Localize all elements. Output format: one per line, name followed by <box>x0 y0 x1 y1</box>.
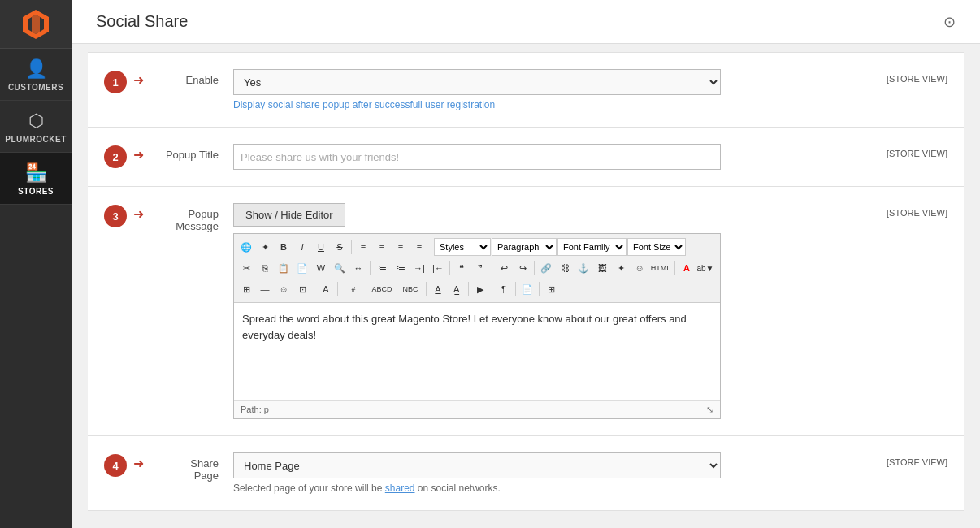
share-page-select-wrapper: Home Page Custom Page <box>233 452 870 478</box>
magento-logo-icon <box>20 8 52 41</box>
toolbar-paragraph-select[interactable]: Paragraph <box>492 238 557 256</box>
toolbar-font-family-select[interactable]: Font Family <box>557 238 627 256</box>
enable-select-wrapper: Yes No <box>233 69 870 95</box>
popup-title-label: Popup Title <box>154 149 219 161</box>
toolbar-html-btn[interactable]: HTML <box>649 259 672 277</box>
toolbar-ol-btn[interactable]: ≔ <box>392 259 410 277</box>
enable-row: 1 ➜ Enable Yes No Display social share p… <box>88 52 964 128</box>
arrow-1-icon: ➜ <box>133 72 144 88</box>
toolbar-outdent-btn[interactable]: |← <box>429 259 447 277</box>
show-hide-editor-button[interactable]: Show / Hide Editor <box>233 203 345 227</box>
toolbar-plugin-btn[interactable]: 🌐 <box>237 238 255 256</box>
toolbar-align-left-btn[interactable]: ≡ <box>354 238 372 256</box>
toolbar-redo-btn[interactable]: ↪ <box>514 259 531 277</box>
stores-icon: 🏪 <box>25 162 47 184</box>
toolbar-strike-btn[interactable]: S <box>331 238 349 256</box>
toolbar-nbsp-btn[interactable]: ABCD <box>367 280 397 298</box>
toolbar-sep-11 <box>468 282 469 296</box>
toolbar-sep-9 <box>337 282 338 296</box>
popup-title-row: 2 ➜ Popup Title [STORE VIEW] <box>88 128 964 187</box>
popup-message-content: Show / Hide Editor 🌐 ✦ B I U S <box>233 203 870 419</box>
toolbar-search-btn[interactable]: 🔍 <box>331 259 349 277</box>
toolbar-media-btn[interactable]: ▶ <box>471 280 489 298</box>
step-3-badge: 3 <box>104 205 127 227</box>
toolbar-image-btn[interactable]: 🖼 <box>593 259 611 277</box>
toolbar-underline-btn[interactable]: U <box>312 238 330 256</box>
toolbar-blockquote2-btn[interactable]: ❞ <box>471 259 489 277</box>
toolbar-ul-btn[interactable]: ≔ <box>373 259 391 277</box>
popup-title-input[interactable] <box>233 144 721 170</box>
toolbar-row-2: ✂ ⎘ 📋 📄 W 🔍 ↔ ≔ ≔ →| |← <box>237 258 717 279</box>
toolbar-copy-btn[interactable]: ⎘ <box>256 259 274 277</box>
editor-area: 🌐 ✦ B I U S ≡ ≡ ≡ ≡ <box>233 233 721 419</box>
toolbar-table-btn[interactable]: ⊞ <box>237 280 255 298</box>
sidebar-item-stores-label: STORES <box>18 187 54 196</box>
sidebar-item-customers[interactable]: 👤 CUSTOMERS <box>0 49 72 101</box>
toolbar-flash-btn[interactable]: ✦ <box>612 259 630 277</box>
toolbar-maximize-btn[interactable]: ⊞ <box>542 280 560 298</box>
toolbar-align-justify-btn[interactable]: ≡ <box>410 238 428 256</box>
arrow-2-icon: ➜ <box>133 147 144 162</box>
toolbar-a1-btn[interactable]: A <box>429 280 447 298</box>
share-page-hint-link: shared <box>385 483 415 494</box>
toolbar-sep-7 <box>674 261 675 275</box>
toolbar-unlink-btn[interactable]: ⛓ <box>556 259 574 277</box>
toolbar-link-btn[interactable]: 🔗 <box>537 259 555 277</box>
collapse-icon[interactable]: ⊙ <box>943 13 956 31</box>
toolbar-spellcheck-btn[interactable]: ✦ <box>256 238 274 256</box>
toolbar-cut-btn[interactable]: ✂ <box>237 259 255 277</box>
toolbar-italic-btn[interactable]: I <box>293 238 311 256</box>
editor-content-area[interactable]: Spread the word about this great Magento… <box>234 303 720 400</box>
toolbar-pilcrow-btn[interactable]: ¶ <box>495 280 513 298</box>
popup-title-content <box>233 144 870 170</box>
enable-select[interactable]: Yes No <box>233 69 721 95</box>
popup-message-store-view: [STORE VIEW] <box>887 203 947 218</box>
share-page-content: Home Page Custom Page Selected page of y… <box>233 452 870 494</box>
toolbar-emoticons-btn[interactable]: ☺ <box>631 259 648 277</box>
toolbar-smiley-btn[interactable]: ☺ <box>275 280 293 298</box>
sidebar-item-plumrocket[interactable]: ⬡ PLUMROCKET <box>0 101 72 153</box>
toolbar-paste-text-btn[interactable]: 📄 <box>293 259 311 277</box>
svg-marker-2 <box>32 15 40 34</box>
toolbar-replace-btn[interactable]: ↔ <box>349 259 367 277</box>
toolbar-blockquote-btn[interactable]: ❝ <box>453 259 470 277</box>
page-title: Social Share <box>96 12 188 31</box>
sidebar: 👤 CUSTOMERS ⬡ PLUMROCKET 🏪 STORES <box>0 0 72 528</box>
toolbar-bold-btn[interactable]: B <box>275 238 293 256</box>
popup-message-label: PopupMessage <box>154 208 219 232</box>
logo <box>0 0 72 49</box>
popup-title-store-view: [STORE VIEW] <box>887 144 947 158</box>
editor-toolbar: 🌐 ✦ B I U S ≡ ≡ ≡ ≡ <box>234 234 720 303</box>
toolbar-hashcode-btn[interactable]: # <box>340 280 366 298</box>
toolbar-sep-6 <box>534 261 535 275</box>
enable-hint: Display social share popup after success… <box>233 99 870 110</box>
share-page-select[interactable]: Home Page Custom Page <box>233 452 721 478</box>
toolbar-iframe-btn[interactable]: ⊡ <box>293 280 311 298</box>
sidebar-item-plumrocket-label: PLUMROCKET <box>5 135 67 144</box>
toolbar-hbc-btn[interactable]: NBC <box>397 280 423 298</box>
toolbar-sep-2 <box>431 240 431 254</box>
toolbar-undo-btn[interactable]: ↩ <box>495 259 513 277</box>
toolbar-indent-btn[interactable]: →| <box>410 259 428 277</box>
toolbar-abbr-btn[interactable]: A <box>317 280 335 298</box>
toolbar-paste-word-btn[interactable]: W <box>312 259 330 277</box>
arrow-4-icon: ➜ <box>133 456 144 471</box>
toolbar-font-size-select[interactable]: Font Size <box>627 238 686 256</box>
editor-resize-handle[interactable]: ⤡ <box>706 405 713 415</box>
toolbar-paste-btn[interactable]: 📋 <box>275 259 293 277</box>
toolbar-backcolor-btn[interactable]: ab▼ <box>696 259 714 277</box>
toolbar-align-right-btn[interactable]: ≡ <box>392 238 410 256</box>
toolbar-align-center-btn[interactable]: ≡ <box>373 238 391 256</box>
toolbar-a2-btn[interactable]: A̲ <box>448 280 466 298</box>
toolbar-sep-1 <box>351 240 352 254</box>
toolbar-hr-btn[interactable]: — <box>256 280 274 298</box>
plumrocket-icon: ⬡ <box>28 110 44 132</box>
toolbar-templates-btn[interactable]: 📄 <box>518 280 536 298</box>
toolbar-anchor-btn[interactable]: ⚓ <box>575 259 592 277</box>
toolbar-sep-3 <box>370 261 371 275</box>
toolbar-sep-8 <box>314 282 314 296</box>
editor-path-text: Path: p <box>241 405 269 415</box>
toolbar-forecolor-btn[interactable]: A <box>678 259 696 277</box>
toolbar-styles-select[interactable]: Styles <box>434 238 491 256</box>
sidebar-item-stores[interactable]: 🏪 STORES <box>0 153 72 205</box>
